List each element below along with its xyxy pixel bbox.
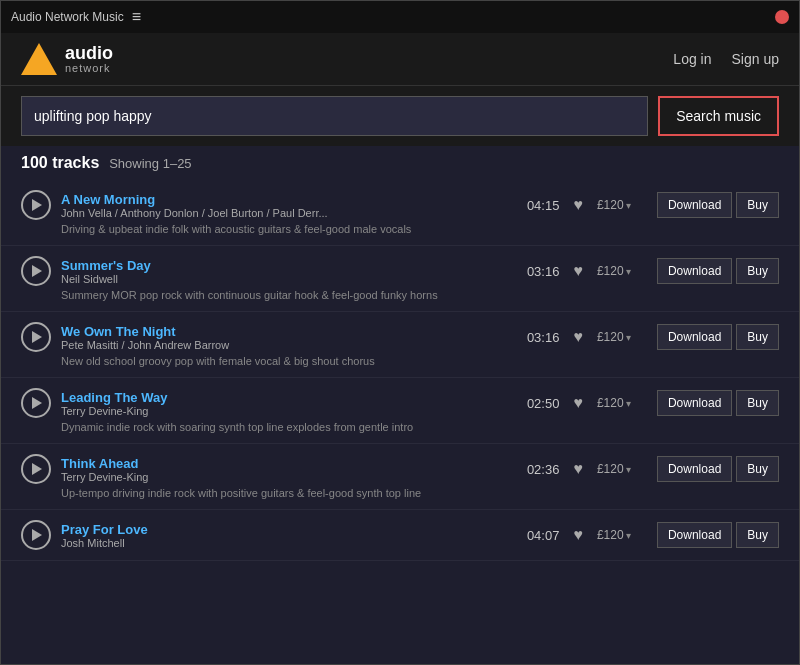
track-title[interactable]: Summer's Day [61,258,509,273]
track-item: We Own The Night Pete Masitti / John And… [1,312,799,378]
play-icon [32,529,42,541]
track-item: Pray For Love Josh Mitchell 04:07 ♥ £120… [1,510,799,561]
play-icon [32,463,42,475]
track-row: Think Ahead Terry Devine-King 02:36 ♥ £1… [21,454,779,484]
track-actions: Download Buy [657,390,779,416]
price-chevron-icon[interactable]: ▾ [626,266,631,277]
search-input[interactable] [21,96,648,136]
app-title: Audio Network Music [11,10,124,24]
download-button[interactable]: Download [657,522,732,548]
track-item: Leading The Way Terry Devine-King 02:50 … [1,378,799,444]
play-button[interactable] [21,256,51,286]
track-price: £120 ▾ [597,330,647,344]
price-value: £120 [597,198,624,212]
price-value: £120 [597,528,624,542]
header-nav: Log in Sign up [673,51,779,67]
download-button[interactable]: Download [657,456,732,482]
track-info: We Own The Night Pete Masitti / John And… [61,324,509,351]
track-actions: Download Buy [657,456,779,482]
track-row: We Own The Night Pete Masitti / John And… [21,322,779,352]
price-chevron-icon[interactable]: ▾ [626,398,631,409]
track-info: Pray For Love Josh Mitchell [61,522,509,549]
logo-network: network [65,62,113,74]
track-item: Summer's Day Neil Sidwell 03:16 ♥ £120 ▾… [1,246,799,312]
track-duration: 04:15 [519,198,559,213]
download-button[interactable]: Download [657,258,732,284]
price-chevron-icon[interactable]: ▾ [626,530,631,541]
play-button[interactable] [21,520,51,550]
play-button[interactable] [21,322,51,352]
buy-button[interactable]: Buy [736,522,779,548]
download-button[interactable]: Download [657,192,732,218]
track-item: Think Ahead Terry Devine-King 02:36 ♥ £1… [1,444,799,510]
track-artists: Josh Mitchell [61,537,509,549]
buy-button[interactable]: Buy [736,192,779,218]
buy-button[interactable]: Buy [736,324,779,350]
track-row: Pray For Love Josh Mitchell 04:07 ♥ £120… [21,520,779,550]
track-artists: Neil Sidwell [61,273,509,285]
track-description: Driving & upbeat indie folk with acousti… [21,223,779,235]
track-duration: 03:16 [519,330,559,345]
buy-button[interactable]: Buy [736,456,779,482]
track-title[interactable]: We Own The Night [61,324,509,339]
search-bar: Search music [1,86,799,146]
track-row: Leading The Way Terry Devine-King 02:50 … [21,388,779,418]
track-artists: Terry Devine-King [61,405,509,417]
track-title[interactable]: A New Morning [61,192,509,207]
track-description: Summery MOR pop rock with continuous gui… [21,289,779,301]
favorite-button[interactable]: ♥ [569,196,587,214]
close-button[interactable] [775,10,789,24]
play-button[interactable] [21,388,51,418]
track-info: Summer's Day Neil Sidwell [61,258,509,285]
track-row: Summer's Day Neil Sidwell 03:16 ♥ £120 ▾… [21,256,779,286]
price-chevron-icon[interactable]: ▾ [626,332,631,343]
header: audio network Log in Sign up [1,33,799,86]
track-description: Dynamic indie rock with soaring synth to… [21,421,779,433]
buy-button[interactable]: Buy [736,258,779,284]
track-description: Up-tempo driving indie rock with positiv… [21,487,779,499]
track-title[interactable]: Think Ahead [61,456,509,471]
track-actions: Download Buy [657,522,779,548]
track-actions: Download Buy [657,192,779,218]
track-actions: Download Buy [657,324,779,350]
logo-triangle-icon [21,43,57,75]
app-window: Audio Network Music ≡ audio network Log … [0,0,800,665]
track-info: Think Ahead Terry Devine-King [61,456,509,483]
download-button[interactable]: Download [657,390,732,416]
logo: audio network [21,43,113,75]
track-artists: Terry Devine-King [61,471,509,483]
download-button[interactable]: Download [657,324,732,350]
track-title[interactable]: Leading The Way [61,390,509,405]
price-chevron-icon[interactable]: ▾ [626,464,631,475]
logo-text: audio network [65,44,113,74]
title-bar: Audio Network Music ≡ [1,1,799,33]
price-value: £120 [597,330,624,344]
track-price: £120 ▾ [597,264,647,278]
favorite-button[interactable]: ♥ [569,526,587,544]
search-button[interactable]: Search music [658,96,779,136]
tracks-info: 100 tracks Showing 1–25 [1,146,799,180]
track-duration: 04:07 [519,528,559,543]
track-artists: Pete Masitti / John Andrew Barrow [61,339,509,351]
favorite-button[interactable]: ♥ [569,262,587,280]
buy-button[interactable]: Buy [736,390,779,416]
track-item: A New Morning John Vella / Anthony Donlo… [1,180,799,246]
price-value: £120 [597,462,624,476]
favorite-button[interactable]: ♥ [569,394,587,412]
tracks-count: 100 tracks [21,154,99,171]
logo-audio: audio [65,44,113,62]
favorite-button[interactable]: ♥ [569,460,587,478]
price-chevron-icon[interactable]: ▾ [626,200,631,211]
track-title[interactable]: Pray For Love [61,522,509,537]
login-link[interactable]: Log in [673,51,711,67]
play-button[interactable] [21,190,51,220]
track-price: £120 ▾ [597,462,647,476]
favorite-button[interactable]: ♥ [569,328,587,346]
track-price: £120 ▾ [597,396,647,410]
track-duration: 02:36 [519,462,559,477]
signup-link[interactable]: Sign up [732,51,779,67]
play-button[interactable] [21,454,51,484]
menu-icon[interactable]: ≡ [132,8,141,26]
play-icon [32,265,42,277]
track-row: A New Morning John Vella / Anthony Donlo… [21,190,779,220]
